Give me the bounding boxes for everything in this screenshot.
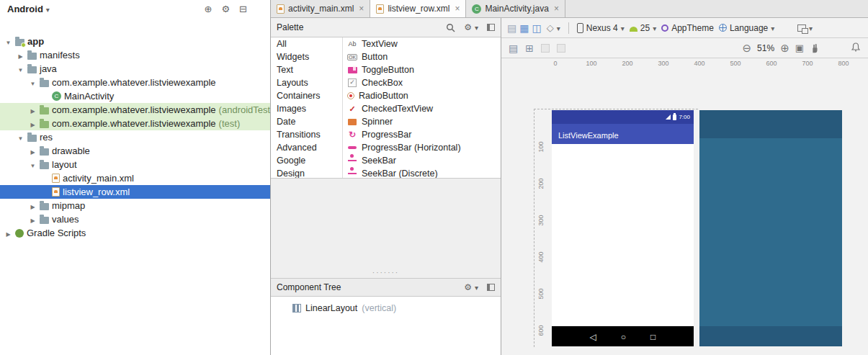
collapse-arrow-icon[interactable] [29,118,37,129]
expand-arrow-icon[interactable] [29,77,37,88]
device-content-area[interactable] [552,144,694,326]
show-options-icon[interactable] [509,42,518,54]
chevron-down-icon [653,23,656,33]
tree-item-java[interactable]: java [0,62,270,76]
component-seekbar[interactable]: SeekBar [343,154,501,167]
collapse-arrow-icon[interactable] [4,228,12,238]
chevron-down-icon [557,23,560,33]
component-togglebutton[interactable]: ToggleButton [343,63,501,76]
tree-item-activity-main-xml[interactable]: activity_main.xml [0,171,270,185]
orientation-selector[interactable] [547,22,560,33]
notifications-bell-icon[interactable] [851,42,860,52]
tree-item-package-androidtest[interactable]: com.example.whatever.listviewexample (an… [0,103,270,117]
tree-item-gradle-scripts[interactable]: Gradle Scripts [0,226,270,240]
category-date[interactable]: Date [271,115,342,128]
collapse-arrow-icon[interactable] [17,50,24,60]
tree-item-layout[interactable]: layout [0,158,270,171]
api-level-selector[interactable]: 25 [630,23,656,33]
device-selector[interactable]: Nexus 4 [577,23,625,33]
tree-item-mainactivity[interactable]: MainActivity [0,89,270,103]
category-text[interactable]: Text [271,63,342,76]
expand-arrow-icon[interactable] [4,36,12,47]
collapse-arrow-icon[interactable] [29,104,37,115]
category-widgets[interactable]: Widgets [271,50,342,63]
zoom-fit-icon[interactable] [795,42,804,53]
category-all[interactable]: All [271,37,342,50]
folder-icon [40,203,49,210]
expand-arrow-icon[interactable] [29,159,37,170]
tree-item-listview-row-xml[interactable]: listview_row.xml [0,185,270,199]
component-checkbox[interactable]: CheckBox [343,76,501,89]
component-progressbar-horizontal[interactable]: ProgressBar (Horizontal) [343,141,501,154]
tab-listview-row-xml[interactable]: listview_row.xml × [370,0,466,17]
blueprint-preview[interactable] [699,110,842,346]
tree-item-package-main[interactable]: com.example.whatever.listviewexample [0,76,270,89]
layout-variant-selector[interactable] [797,23,813,33]
component-button[interactable]: Button [343,50,501,63]
component-progressbar[interactable]: ProgressBar [343,128,501,141]
layout-variant-icon [797,24,806,32]
close-icon[interactable]: × [455,4,460,14]
theme-label: AppTheme [671,23,714,33]
tab-activity-main-xml[interactable]: activity_main.xml × [271,0,370,17]
pan-hand-icon[interactable] [810,43,820,53]
component-seekbar-discrete[interactable]: SeekBar (Discrete) [343,167,501,179]
tree-item-app[interactable]: app [0,35,270,48]
category-design[interactable]: Design [271,167,342,179]
tree-item-drawable[interactable]: drawable [0,144,270,158]
project-view-selector[interactable]: Android [7,4,43,14]
component-spinner[interactable]: Spinner [343,115,501,128]
blueprint-view-icon[interactable] [519,22,529,34]
collapse-arrow-icon[interactable] [29,200,37,211]
expand-arrow-icon[interactable] [17,132,24,143]
zoom-in-icon[interactable] [780,42,789,55]
collapse-arrow-icon[interactable] [29,214,37,225]
category-advanced[interactable]: Advanced [271,141,342,154]
tree-item-mipmap[interactable]: mipmap [0,199,270,212]
close-icon[interactable]: × [359,4,364,14]
design-view-icon[interactable] [507,22,516,34]
zoom-out-icon[interactable] [743,42,752,55]
component-checkedtextview[interactable]: CheckedTextView [343,102,501,115]
tree-item-values[interactable]: values [0,212,270,226]
device-preview[interactable]: 7:00 ListViewExample [552,110,694,346]
expand-arrow-icon[interactable] [17,63,24,74]
locale-selector[interactable]: Language [719,23,774,33]
palette-options[interactable] [464,22,478,32]
collapse-arrow-icon[interactable] [29,145,37,156]
tree-item-package-test[interactable]: com.example.whatever.listviewexample (te… [0,117,270,130]
component-tree-item-linearlayout[interactable]: LinearLayout (vertical) [271,303,501,313]
gradle-icon [15,229,24,238]
palette-categories: All Widgets Text Layouts Containers Imag… [271,37,343,178]
zoom-level[interactable]: 51% [757,43,774,53]
tree-item-manifests[interactable]: manifests [0,48,270,62]
chevron-down-icon [621,23,625,33]
editor-area: activity_main.xml × listview_row.xml × M… [270,0,868,355]
theme-selector[interactable]: AppTheme [661,23,714,33]
button-icon [347,52,357,62]
category-layouts[interactable]: Layouts [271,76,342,89]
category-google[interactable]: Google [271,154,342,167]
search-icon[interactable] [446,23,455,32]
tab-mainactivity-java[interactable]: MainActivity.java × [466,0,565,17]
gear-icon[interactable] [221,4,230,14]
panel-layout-icon[interactable] [487,24,495,31]
both-views-icon[interactable] [532,22,541,34]
collapse-all-icon[interactable] [239,4,247,14]
component-tree-options[interactable] [464,282,478,292]
splitter-handle[interactable] [271,269,501,277]
chevron-down-icon[interactable] [46,4,50,14]
grid-mode-icon[interactable] [525,42,534,54]
category-images[interactable]: Images [271,102,342,115]
close-icon[interactable]: × [554,4,559,14]
category-containers[interactable]: Containers [271,89,342,102]
category-transitions[interactable]: Transitions [271,128,342,141]
panel-layout-icon[interactable] [487,284,495,291]
tree-item-res[interactable]: res [0,130,270,144]
design-canvas[interactable]: 0 100 200 300 400 500 600 700 800 100 20… [501,58,868,355]
component-textview[interactable]: TextView [343,37,501,50]
component-radiobutton[interactable]: RadioButton [343,89,501,102]
tree-item-label: drawable [52,145,90,156]
locate-file-icon[interactable] [205,4,212,14]
component-tree-body: LinearLayout (vertical) [271,297,501,355]
